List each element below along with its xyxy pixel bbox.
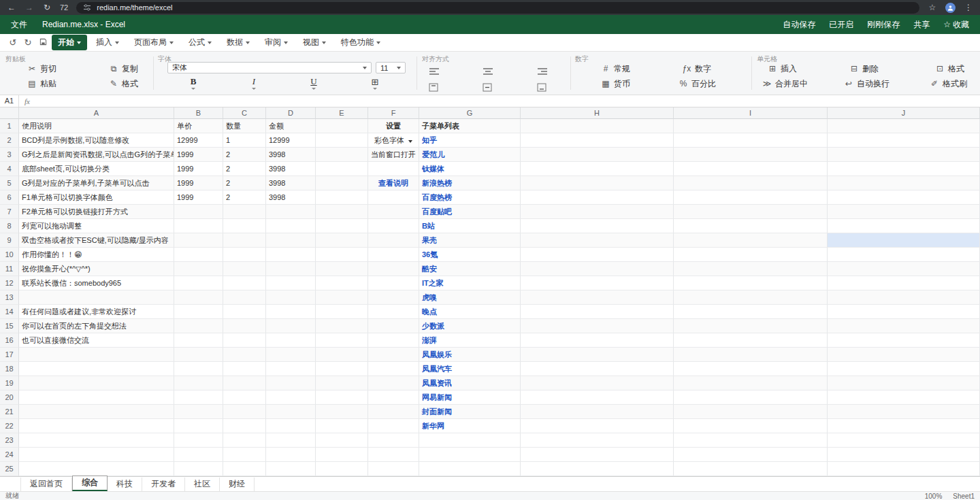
cell-I11[interactable]: [674, 262, 828, 276]
cell-A14[interactable]: 有任何问题或者建议,非常欢迎探讨: [19, 305, 174, 319]
cell-H22[interactable]: [521, 419, 674, 433]
select-all-corner[interactable]: [0, 107, 19, 119]
row-header-22[interactable]: 22: [0, 419, 19, 433]
cell-D7[interactable]: [266, 205, 316, 219]
cell-F22[interactable]: [368, 419, 419, 433]
zoom-badge[interactable]: 72: [60, 3, 68, 12]
cell-D11[interactable]: [266, 262, 316, 276]
cell-C5[interactable]: 2: [223, 176, 266, 190]
cell-H11[interactable]: [521, 262, 674, 276]
cell-C20[interactable]: [223, 390, 266, 405]
cell-J4[interactable]: [828, 162, 980, 176]
cell-D25[interactable]: [266, 462, 316, 476]
cell-C2[interactable]: 1: [223, 133, 266, 148]
cell-A21[interactable]: [19, 405, 174, 419]
cell-H16[interactable]: [521, 333, 674, 348]
ribbon-tab-insert[interactable]: 插入: [90, 35, 125, 50]
cell-A6[interactable]: F1单元格可以切换字体颜色: [19, 190, 174, 205]
wrap-text-button[interactable]: ↩自动换行: [844, 78, 889, 89]
cell-I22[interactable]: [674, 419, 828, 433]
address-bar[interactable]: redian.me/theme/excel: [76, 2, 919, 14]
cell-A19[interactable]: [19, 376, 174, 390]
cell-B5[interactable]: 1999: [174, 176, 223, 190]
cell-E7[interactable]: [316, 205, 368, 219]
cell-F24[interactable]: [368, 448, 419, 462]
cell-C15[interactable]: [223, 319, 266, 333]
cell-H8[interactable]: [521, 219, 674, 233]
cell-E9[interactable]: [316, 233, 368, 248]
cell-G3[interactable]: 爱范儿: [419, 148, 521, 162]
cell-I3[interactable]: [674, 148, 828, 162]
cell-C17[interactable]: [223, 348, 266, 362]
col-header-F[interactable]: F: [368, 107, 419, 119]
cell-J7[interactable]: [828, 205, 980, 219]
cell-E11[interactable]: [316, 262, 368, 276]
cell-J14[interactable]: [828, 305, 980, 319]
cell-A20[interactable]: [19, 390, 174, 405]
autosave-label[interactable]: 自动保存: [783, 19, 815, 31]
cell-G8[interactable]: B站: [419, 219, 521, 233]
cell-D14[interactable]: [266, 305, 316, 319]
cell-D5[interactable]: 3998: [266, 176, 316, 190]
cell-F20[interactable]: [368, 390, 419, 405]
cell-G2[interactable]: 知乎: [419, 133, 521, 148]
cell-A2[interactable]: BCD列是示例数据,可以随意修改: [19, 133, 174, 148]
cell-E13[interactable]: [316, 290, 368, 305]
cell-D16[interactable]: [266, 333, 316, 348]
cell-B1[interactable]: 单价: [174, 119, 223, 133]
cell-H15[interactable]: [521, 319, 674, 333]
align-bottom-button[interactable]: [537, 83, 546, 94]
cell-E4[interactable]: [316, 162, 368, 176]
autosave-state[interactable]: 已开启: [829, 19, 853, 31]
cell-G4[interactable]: 钛媒体: [419, 162, 521, 176]
row-header-13[interactable]: 13: [0, 290, 19, 305]
cell-C19[interactable]: [223, 376, 266, 390]
cell-B9[interactable]: [174, 233, 223, 248]
cell-H12[interactable]: [521, 276, 674, 290]
col-header-A[interactable]: A: [19, 107, 174, 119]
row-header-10[interactable]: 10: [0, 248, 19, 262]
cell-D8[interactable]: [266, 219, 316, 233]
cell-J10[interactable]: [828, 248, 980, 262]
row-header-5[interactable]: 5: [0, 176, 19, 190]
cell-H2[interactable]: [521, 133, 674, 148]
italic-button[interactable]: I: [247, 76, 261, 90]
zoom-level[interactable]: 100%: [925, 493, 943, 500]
bold-button[interactable]: B: [186, 76, 200, 90]
redo-icon[interactable]: ↻: [22, 37, 34, 48]
cell-J9[interactable]: [828, 233, 980, 248]
cell-J12[interactable]: [828, 276, 980, 290]
cell-I1[interactable]: [674, 119, 828, 133]
cell-I12[interactable]: [674, 276, 828, 290]
cell-J20[interactable]: [828, 390, 980, 405]
cell-B25[interactable]: [174, 462, 223, 476]
cell-I19[interactable]: [674, 376, 828, 390]
save-icon[interactable]: [37, 37, 49, 48]
cell-B13[interactable]: [174, 290, 223, 305]
merge-center-button[interactable]: ≫合并居中: [762, 78, 808, 89]
cell-B11[interactable]: [174, 262, 223, 276]
row-header-16[interactable]: 16: [0, 333, 19, 348]
cell-C23[interactable]: [223, 433, 266, 448]
cell-E18[interactable]: [316, 362, 368, 376]
col-header-C[interactable]: C: [223, 107, 266, 119]
borders-button[interactable]: ⊞: [368, 77, 382, 90]
cell-E14[interactable]: [316, 305, 368, 319]
cell-A11[interactable]: 祝你摸鱼开心(*^▽^*): [19, 262, 174, 276]
cell-B3[interactable]: 1999: [174, 148, 223, 162]
cell-D6[interactable]: 3998: [266, 190, 316, 205]
cell-D17[interactable]: [266, 348, 316, 362]
reload-icon[interactable]: ↻: [42, 3, 52, 12]
cell-F19[interactable]: [368, 376, 419, 390]
cell-F17[interactable]: [368, 348, 419, 362]
cell-H13[interactable]: [521, 290, 674, 305]
cell-C1[interactable]: 数量: [223, 119, 266, 133]
cell-A5[interactable]: G列是对应的子菜单列,子菜单可以点击: [19, 176, 174, 190]
cell-A8[interactable]: 列宽可以拖动调整: [19, 219, 174, 233]
cell-B12[interactable]: [174, 276, 223, 290]
underline-button[interactable]: U: [307, 76, 321, 90]
cell-I14[interactable]: [674, 305, 828, 319]
cell-H17[interactable]: [521, 348, 674, 362]
cell-B7[interactable]: [174, 205, 223, 219]
row-header-20[interactable]: 20: [0, 390, 19, 405]
